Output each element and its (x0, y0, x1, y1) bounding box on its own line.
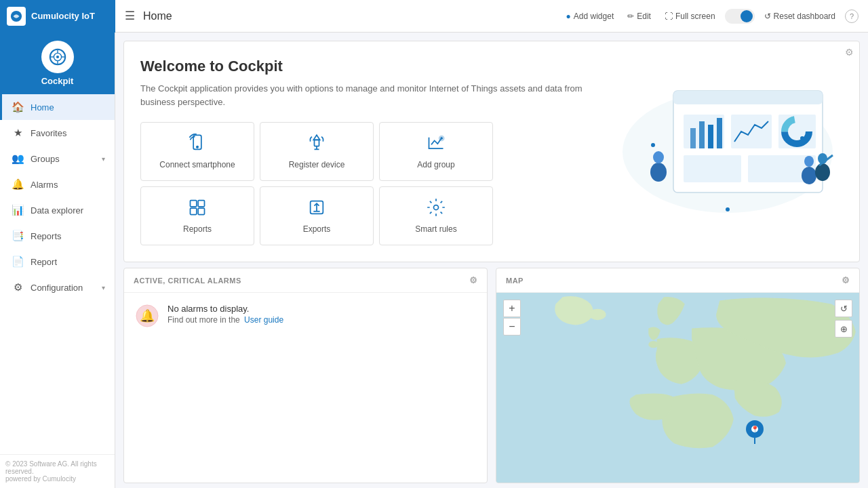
sidebar-label-reports: Reports (31, 231, 62, 241)
user-guide-link[interactable]: User guide (244, 315, 283, 325)
sidebar-item-home[interactable]: 🏠 Home (0, 94, 115, 120)
svg-point-41 (802, 167, 816, 184)
register-device-tile[interactable]: Register device (260, 122, 374, 181)
groups-arrow-icon: ▾ (102, 155, 105, 163)
welcome-illustration (612, 58, 843, 245)
welcome-title: Welcome to Cockpit (140, 58, 599, 75)
add-group-icon (427, 134, 446, 155)
reports-tile-label: Reports (183, 224, 212, 234)
connect-smartphone-label: Connect smartphone (159, 160, 235, 169)
groups-icon: 👥 (12, 152, 24, 165)
svg-rect-17 (198, 201, 204, 207)
app-name: Cumulocity IoT (31, 11, 95, 21)
alarms-icon: 🔔 (12, 178, 24, 190)
sidebar-label-configuration: Configuration (31, 283, 83, 293)
svg-point-43 (815, 163, 830, 181)
sidebar-item-configuration[interactable]: ⚙ Configuration ▾ (0, 274, 115, 300)
reset-icon: ↺ (764, 12, 771, 21)
home-icon: 🏠 (12, 101, 24, 113)
sidebar-item-data-explorer[interactable]: 📊 Data explorer (0, 197, 115, 223)
reports-icon: 📑 (12, 230, 24, 242)
svg-rect-10 (315, 140, 319, 146)
add-group-label: Add group (417, 160, 454, 169)
map-panel: Map ⚙ (496, 268, 860, 483)
map-panel-header: Map ⚙ (496, 268, 859, 293)
zoom-in-button[interactable]: + (503, 300, 521, 317)
svg-point-39 (650, 163, 667, 182)
welcome-widget: ⚙ Welcome to Cockpit The Cockpit applica… (123, 41, 860, 262)
sidebar-item-alarms[interactable]: 🔔 Alarms (0, 171, 115, 197)
sidebar-brand: Cockpit (0, 33, 115, 94)
find-out-text: Find out more in the (167, 315, 240, 325)
svg-rect-19 (198, 208, 204, 214)
fullscreen-icon: ⛶ (665, 12, 673, 21)
data-explorer-icon: 📊 (12, 204, 24, 216)
sidebar-label-home: Home (31, 102, 54, 113)
toggle-switch[interactable] (725, 9, 755, 24)
panels-row: Active, Critical Alarms ⚙ 🔔 No alarms to… (115, 268, 868, 488)
svg-point-7 (56, 56, 58, 58)
sidebar-item-groups[interactable]: 👥 Groups ▾ (0, 146, 115, 171)
svg-rect-33 (731, 115, 772, 148)
map-refresh-controls: ↺ ⊕ (835, 300, 852, 338)
no-alarms-text: No alarms to display. (167, 304, 283, 314)
svg-point-42 (804, 156, 814, 167)
sidebar-brand-label: Cockpit (41, 76, 74, 86)
welcome-description: The Cockpit application provides you wit… (140, 82, 599, 108)
map-controls: + − (503, 300, 521, 336)
connect-smartphone-tile[interactable]: Connect smartphone (140, 122, 254, 181)
svg-point-48 (726, 207, 730, 211)
zoom-out-button[interactable]: − (503, 318, 521, 336)
alarms-panel: Active, Critical Alarms ⚙ 🔔 No alarms to… (123, 268, 488, 483)
sidebar-nav: 🏠 Home ★ Favorites 👥 Groups ▾ 🔔 Alarms 📊… (0, 94, 115, 454)
copyright-text: © 2023 Software AG. All rights reserved. (5, 460, 109, 475)
connect-smartphone-icon (188, 134, 207, 155)
pencil-icon: ✏ (627, 12, 634, 21)
svg-point-46 (651, 143, 655, 147)
exports-tile-icon (307, 198, 326, 219)
sidebar-label-favorites: Favorites (31, 128, 66, 138)
reset-dashboard-button[interactable]: ↺ Reset dashboard (760, 9, 840, 24)
add-widget-button[interactable]: ● Add widget (562, 9, 618, 24)
add-group-tile[interactable]: Add group (379, 122, 493, 181)
help-button[interactable]: ? (845, 9, 859, 23)
hamburger-icon[interactable]: ☰ (125, 9, 135, 23)
sidebar-item-report[interactable]: 📄 Report (0, 249, 115, 274)
alarms-panel-gear-icon[interactable]: ⚙ (469, 275, 478, 285)
svg-point-53 (648, 341, 658, 348)
map-pin: 📍 (745, 420, 764, 449)
sidebar-footer: © 2023 Software AG. All rights reserved.… (0, 454, 115, 488)
svg-point-47 (800, 136, 804, 140)
map-panel-gear-icon[interactable]: ⚙ (842, 275, 850, 285)
sidebar-label-data-explorer: Data explorer (31, 205, 83, 216)
page-title: Home (143, 10, 172, 22)
svg-rect-16 (191, 201, 197, 207)
map-body: + − ↺ ⊕ 📍 (496, 293, 859, 483)
svg-point-52 (589, 309, 606, 320)
map-locate-button[interactable]: ⊕ (835, 320, 852, 338)
no-alarms-icon: 🔔 (135, 304, 159, 328)
sidebar-item-favorites[interactable]: ★ Favorites (0, 120, 115, 146)
edit-button[interactable]: ✏ Edit (623, 9, 655, 24)
svg-point-9 (197, 146, 198, 148)
smart-rules-tile[interactable]: Smart rules (379, 186, 493, 245)
register-device-label: Register device (289, 160, 345, 169)
exports-tile[interactable]: Exports (260, 186, 374, 245)
alarms-header-label: Active, Critical Alarms (134, 277, 241, 285)
sidebar-item-reports[interactable]: 📑 Reports (0, 223, 115, 249)
map-refresh-button[interactable]: ↺ (835, 300, 852, 317)
welcome-tiles-grid: Connect smartphone (140, 122, 493, 245)
fullscreen-button[interactable]: ⛶ Full screen (660, 9, 719, 24)
svg-rect-31 (708, 125, 713, 148)
favorites-icon: ★ (12, 127, 24, 139)
reports-tile[interactable]: Reports (140, 186, 254, 245)
sidebar-label-report: Report (31, 257, 57, 267)
svg-point-23 (434, 205, 439, 210)
svg-rect-27 (673, 91, 823, 104)
alarms-panel-body: 🔔 No alarms to display. Find out more in… (124, 293, 487, 415)
welcome-gear-icon[interactable]: ⚙ (845, 47, 854, 58)
configuration-arrow-icon: ▾ (102, 284, 105, 291)
sidebar-logo (7, 7, 26, 26)
configuration-icon: ⚙ (12, 281, 24, 293)
reports-tile-icon (188, 198, 207, 219)
